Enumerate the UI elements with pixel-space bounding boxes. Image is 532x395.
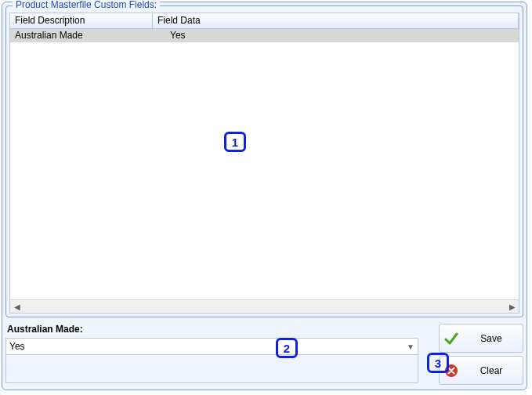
grid-body[interactable]: Australian Made Yes bbox=[10, 29, 519, 299]
window-frame: Product Masterfile Custom Fields: Field … bbox=[2, 2, 527, 390]
cell-data: Yes bbox=[153, 29, 519, 42]
field-label: Australian Made: bbox=[7, 324, 83, 335]
cell-description: Australian Made bbox=[10, 29, 153, 42]
button-group: Save Clear bbox=[439, 324, 523, 388]
grid-header: Field Description Field Data bbox=[10, 13, 519, 29]
custom-fields-panel: Product Masterfile Custom Fields: Field … bbox=[5, 5, 523, 317]
close-circle-icon bbox=[444, 364, 458, 378]
chevron-down-icon: ▼ bbox=[407, 342, 414, 351]
clear-button-label: Clear bbox=[468, 365, 515, 376]
field-value-dropdown[interactable]: Yes ▼ bbox=[5, 338, 418, 355]
panel-title: Product Masterfile Custom Fields: bbox=[13, 0, 160, 10]
column-header-data[interactable]: Field Data bbox=[153, 13, 519, 28]
edit-area: Australian Made: Yes ▼ Save Clear bbox=[5, 324, 523, 386]
scroll-left-icon[interactable]: ◀ bbox=[10, 300, 24, 313]
horizontal-scrollbar[interactable]: ◀ ▶ bbox=[10, 299, 519, 313]
table-row[interactable]: Australian Made Yes bbox=[10, 29, 519, 42]
save-button-label: Save bbox=[468, 333, 515, 344]
dropdown-value: Yes bbox=[9, 341, 25, 352]
save-button[interactable]: Save bbox=[439, 324, 523, 353]
editor-blank-area bbox=[5, 355, 418, 383]
check-icon bbox=[444, 332, 458, 346]
column-header-description[interactable]: Field Description bbox=[10, 13, 153, 28]
clear-button[interactable]: Clear bbox=[439, 356, 523, 385]
custom-fields-grid[interactable]: Field Description Field Data Australian … bbox=[9, 13, 519, 313]
scroll-right-icon[interactable]: ▶ bbox=[505, 300, 519, 313]
